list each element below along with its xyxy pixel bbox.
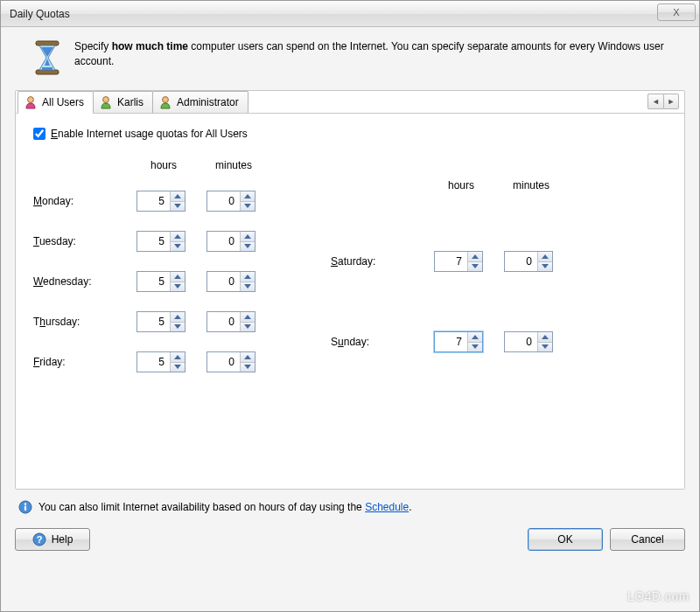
tab-panel: Enable Internet usage quotas for All Use…	[16, 113, 684, 489]
triangle-down-icon	[174, 244, 181, 248]
spin-down[interactable]	[171, 282, 185, 292]
schedule-link[interactable]: Schedule	[365, 501, 409, 513]
spin-up[interactable]	[538, 252, 552, 262]
spin-up[interactable]	[468, 332, 482, 343]
help-button[interactable]: ? Help	[15, 528, 90, 551]
monday-minutes-spinner[interactable]	[206, 191, 256, 212]
triangle-down-icon	[472, 344, 479, 349]
saturday-minutes-spinner[interactable]	[504, 251, 553, 272]
friday-hours-spinner[interactable]	[136, 351, 186, 372]
spin-down[interactable]	[538, 343, 552, 352]
triangle-up-icon	[244, 234, 251, 239]
spin-up[interactable]	[171, 312, 185, 323]
weekend-column: hours minutes Saturday: Sunday:	[331, 159, 558, 372]
spin-up[interactable]	[241, 272, 255, 282]
spin-down[interactable]	[171, 323, 185, 332]
spin-up[interactable]	[171, 191, 185, 202]
monday-minutes-input[interactable]	[207, 191, 240, 211]
triangle-down-icon	[542, 344, 549, 349]
spin-up[interactable]	[171, 272, 185, 282]
tab-karlis[interactable]: Karlis	[93, 91, 153, 113]
saturday-hours-input[interactable]	[435, 252, 467, 271]
spin-down[interactable]	[241, 363, 255, 372]
saturday-minutes-input[interactable]	[505, 252, 537, 271]
label-rest: aturday:	[338, 255, 375, 268]
user-icon	[158, 95, 172, 109]
spin-down[interactable]	[241, 323, 255, 332]
hourglass-icon	[32, 39, 62, 76]
tab-container: All Users Karlis Administrator ◄ ►	[15, 90, 685, 490]
spin-down[interactable]	[241, 242, 255, 252]
tuesday-minutes-spinner[interactable]	[206, 231, 256, 252]
tab-strip: All Users Karlis Administrator ◄ ►	[16, 90, 684, 113]
triangle-up-icon	[244, 315, 251, 319]
spin-up[interactable]	[241, 352, 255, 363]
cancel-button[interactable]: Cancel	[610, 528, 685, 551]
right-buttons: OK Cancel	[528, 528, 685, 551]
wednesday-minutes-input[interactable]	[207, 272, 240, 291]
wednesday-minutes-spinner[interactable]	[206, 271, 256, 292]
tab-administrator[interactable]: Administrator	[152, 91, 248, 113]
spin-up[interactable]	[171, 352, 185, 363]
spinner-buttons	[240, 272, 255, 291]
thursday-hours-spinner[interactable]	[136, 311, 186, 332]
spinner-buttons	[170, 312, 185, 331]
thursday-minutes-input[interactable]	[207, 312, 240, 331]
tuesday-hours-input[interactable]	[137, 232, 170, 251]
spin-down[interactable]	[171, 202, 185, 212]
spin-up[interactable]	[171, 232, 185, 242]
tab-label: Karlis	[117, 96, 144, 108]
spin-down[interactable]	[241, 202, 255, 212]
spin-up[interactable]	[241, 191, 255, 202]
info-icon	[18, 500, 32, 514]
spin-up[interactable]	[468, 252, 482, 262]
spin-down[interactable]	[468, 343, 482, 352]
spinner-buttons	[467, 252, 482, 271]
spin-up[interactable]	[538, 332, 552, 343]
close-button[interactable]: X	[657, 3, 696, 21]
spin-down[interactable]	[468, 262, 482, 272]
chevron-left-icon: ◄	[652, 97, 660, 106]
spinner-buttons	[240, 352, 255, 372]
spin-down[interactable]	[538, 262, 552, 272]
monday-hours-spinner[interactable]	[136, 191, 186, 212]
accel-char: W	[33, 275, 43, 288]
svg-rect-1	[36, 70, 59, 74]
tab-scroll-left[interactable]: ◄	[648, 94, 663, 109]
label-rest: nday:	[344, 336, 369, 348]
enable-quota-checkbox[interactable]	[33, 128, 46, 140]
thursday-minutes-spinner[interactable]	[206, 311, 256, 332]
spin-down[interactable]	[171, 363, 185, 372]
sunday-minutes-spinner[interactable]	[504, 331, 553, 352]
spin-up[interactable]	[241, 312, 255, 323]
sunday-hours-spinner[interactable]	[434, 331, 483, 352]
close-icon: X	[673, 7, 679, 17]
spin-up[interactable]	[241, 232, 255, 242]
wednesday-hours-spinner[interactable]	[136, 271, 186, 292]
friday-minutes-input[interactable]	[207, 352, 240, 372]
enable-quota-label[interactable]: Enable Internet usage quotas for All Use…	[51, 128, 248, 140]
tab-all-users[interactable]: All Users	[18, 91, 94, 114]
sunday-minutes-input[interactable]	[505, 332, 537, 351]
thursday-hours-input[interactable]	[137, 312, 170, 331]
tuesday-hours-spinner[interactable]	[136, 231, 186, 252]
triangle-up-icon	[542, 254, 549, 259]
sunday-hours-input[interactable]	[435, 332, 467, 351]
spin-down[interactable]	[171, 242, 185, 252]
svg-rect-2	[42, 67, 52, 70]
tuesday-minutes-input[interactable]	[207, 232, 240, 251]
friday-hours-input[interactable]	[137, 352, 170, 372]
triangle-up-icon	[472, 254, 479, 259]
ok-button[interactable]: OK	[528, 528, 603, 551]
accel-char: T	[33, 235, 39, 247]
spin-down[interactable]	[241, 282, 255, 292]
saturday-hours-spinner[interactable]	[434, 251, 483, 272]
friday-minutes-spinner[interactable]	[206, 351, 256, 372]
tab-scroll-right[interactable]: ►	[663, 94, 679, 109]
minutes-header: minutes	[206, 159, 261, 171]
monday-hours-input[interactable]	[137, 191, 170, 211]
triangle-down-icon	[542, 264, 549, 268]
spinner-buttons	[170, 232, 185, 251]
wednesday-hours-input[interactable]	[137, 272, 170, 291]
accel-char: u	[338, 336, 344, 348]
